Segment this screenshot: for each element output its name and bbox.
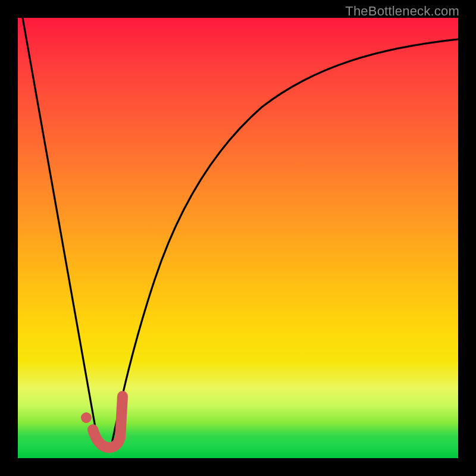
- chart-overlay: [18, 18, 458, 458]
- watermark-text: TheBottleneck.com: [345, 4, 459, 19]
- marker-j: [93, 396, 123, 447]
- curve-left-branch: [23, 18, 98, 440]
- marker-dot: [81, 412, 92, 423]
- chart-frame: TheBottleneck.com: [0, 0, 476, 476]
- curve-right-branch: [111, 39, 458, 449]
